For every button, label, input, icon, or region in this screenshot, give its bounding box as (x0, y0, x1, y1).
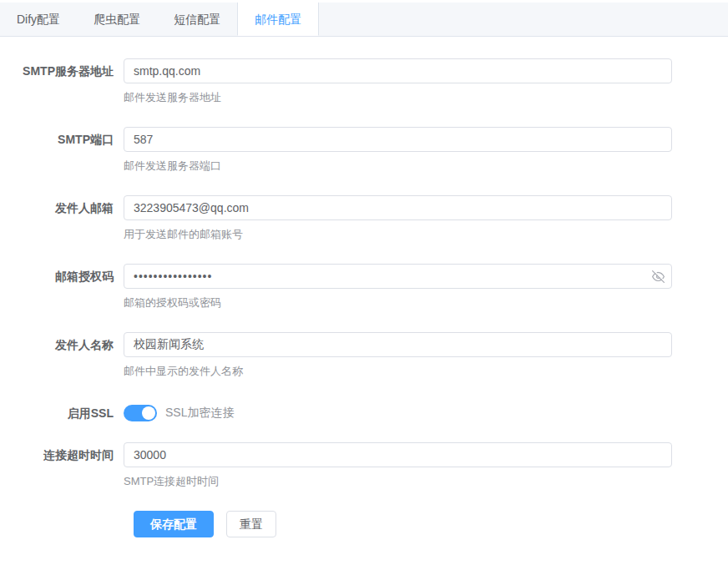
smtp-host-input[interactable] (124, 58, 672, 83)
sender-email-hint: 用于发送邮件的邮箱账号 (124, 227, 672, 242)
tab-crawler-config[interactable]: 爬虫配置 (77, 3, 157, 36)
ssl-switch-description: SSL加密连接 (165, 406, 234, 421)
timeout-hint: SMTP连接超时时间 (124, 474, 672, 489)
config-tabs: Dify配置 爬虫配置 短信配置 邮件配置 (0, 3, 728, 37)
toggle-password-visibility-button[interactable] (651, 270, 665, 283)
tab-sms-config[interactable]: 短信配置 (157, 3, 237, 36)
auth-code-hint: 邮箱的授权码或密码 (124, 295, 672, 310)
form-actions: 保存配置 重置 (134, 511, 728, 537)
auth-code-input[interactable] (124, 264, 672, 289)
smtp-host-label: SMTP服务器地址 (0, 58, 124, 83)
smtp-port-hint: 邮件发送服务器端口 (124, 159, 672, 174)
sender-name-hint: 邮件中显示的发件人名称 (124, 364, 672, 379)
eye-off-icon (652, 270, 665, 283)
tab-dify-config[interactable]: Dify配置 (0, 3, 77, 36)
smtp-port-label: SMTP端口 (0, 127, 124, 152)
enable-ssl-label: 启用SSL (0, 401, 124, 426)
tab-email-config[interactable]: 邮件配置 (237, 3, 319, 36)
form-item-smtp-host: SMTP服务器地址 邮件发送服务器地址 (0, 58, 728, 105)
form-item-timeout: 连接超时时间 SMTP连接超时时间 (0, 442, 728, 489)
form-item-sender-email: 发件人邮箱 用于发送邮件的邮箱账号 (0, 195, 728, 242)
timeout-input[interactable] (124, 442, 672, 467)
form-item-sender-name: 发件人名称 邮件中显示的发件人名称 (0, 332, 728, 379)
save-config-button[interactable]: 保存配置 (134, 511, 214, 537)
sender-name-input[interactable] (124, 332, 672, 357)
ssl-toggle-switch[interactable] (124, 405, 157, 421)
form-item-smtp-port: SMTP端口 邮件发送服务器端口 (0, 127, 728, 174)
timeout-label: 连接超时时间 (0, 442, 124, 467)
form-item-enable-ssl: 启用SSL SSL加密连接 (0, 401, 728, 426)
sender-email-input[interactable] (124, 195, 672, 220)
sender-email-label: 发件人邮箱 (0, 195, 124, 220)
form-item-auth-code: 邮箱授权码 邮箱的授权码或密码 (0, 264, 728, 310)
switch-knob (142, 406, 155, 420)
email-config-form: SMTP服务器地址 邮件发送服务器地址 SMTP端口 邮件发送服务器端口 发件人… (0, 37, 728, 537)
smtp-host-hint: 邮件发送服务器地址 (124, 90, 672, 105)
smtp-port-input[interactable] (124, 127, 672, 152)
auth-code-label: 邮箱授权码 (0, 264, 124, 289)
sender-name-label: 发件人名称 (0, 332, 124, 357)
reset-button[interactable]: 重置 (226, 511, 276, 537)
